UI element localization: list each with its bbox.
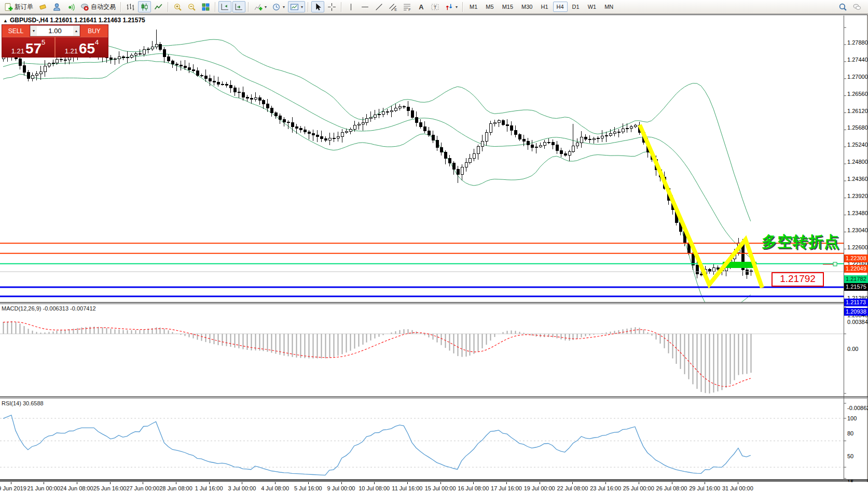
time-axis-tick <box>275 482 275 484</box>
text-label-button[interactable]: T <box>429 1 442 12</box>
fibonacci-icon: F <box>403 3 411 11</box>
toolbar-separator <box>462 2 463 12</box>
toolbar-separator <box>308 2 309 12</box>
dropdown-caret: ▾ <box>283 5 285 9</box>
buy-quote[interactable]: 1.21654 <box>56 37 108 57</box>
new-order-button[interactable]: 新订单 <box>2 1 35 12</box>
vertical-line-button[interactable] <box>345 1 357 12</box>
time-axis-label: 26 Jul 08:00 <box>656 485 687 492</box>
rsi-indicator-label: RSI(14) 30.6588 <box>2 400 44 406</box>
autotrading-icon <box>80 3 89 11</box>
auto-scroll-icon <box>235 3 243 11</box>
time-axis-label: 1 Jul 16:00 <box>195 485 223 492</box>
volume-stepper: ▼ ▲ <box>30 25 80 36</box>
search-button[interactable] <box>836 1 849 12</box>
periods-button[interactable]: ▾ <box>270 1 287 12</box>
dropdown-caret: ▾ <box>301 5 303 9</box>
horizontal-line-button[interactable] <box>359 1 371 12</box>
news-button[interactable] <box>64 1 77 12</box>
channel-icon: E <box>389 3 397 11</box>
time-axis[interactable]: 19 Jun 201921 Jun 00:0024 Jun 08:0025 Ju… <box>0 482 868 494</box>
add-indicator-button[interactable]: ▾ <box>252 1 269 12</box>
timeframe-m1-button[interactable]: M1 <box>466 2 481 12</box>
community-button[interactable] <box>50 1 63 12</box>
one-click-trading-panel: SELL ▼ ▲ BUY 1.21575 1.21654 <box>2 24 108 58</box>
time-axis-label: 10 Jul 08:00 <box>359 485 390 492</box>
volume-input[interactable] <box>37 26 73 36</box>
time-axis-tick <box>176 482 176 484</box>
chart-title-text: GBPUSD-,H4 1.21601 1.21641 1.21463 1.215… <box>10 17 145 24</box>
timeframe-m15-button[interactable]: M15 <box>499 2 517 12</box>
broadcast-icon <box>66 3 75 11</box>
time-axis-tick <box>572 482 573 484</box>
sell-price-main: 57 <box>25 41 42 56</box>
timeframe-m5-button[interactable]: M5 <box>482 2 497 12</box>
auto-trading-label: 自动交易 <box>91 3 116 11</box>
timeframe-h1-button[interactable]: H1 <box>537 2 552 12</box>
line-chart-button[interactable] <box>152 1 165 12</box>
buy-button[interactable]: BUY <box>80 25 108 37</box>
cursor-arrow-icon <box>313 3 322 11</box>
timeframe-h4-button[interactable]: H4 <box>553 2 568 12</box>
collapse-triangle-icon[interactable]: ▲ <box>3 18 8 23</box>
timeframe-m30-button[interactable]: M30 <box>518 2 536 12</box>
toolbar-separator <box>248 2 249 12</box>
sell-quote[interactable]: 1.21575 <box>2 37 54 57</box>
candlestick-chart-button[interactable] <box>138 1 151 12</box>
bar-chart-button[interactable] <box>124 1 137 12</box>
timeframe-d1-button[interactable]: D1 <box>569 2 583 12</box>
svg-text:T: T <box>434 4 437 10</box>
buy-price-main: 65 <box>79 41 95 56</box>
time-axis-label: 21 Jun 00:00 <box>27 485 60 492</box>
time-axis-tick <box>209 482 210 484</box>
time-axis-tick <box>143 482 143 484</box>
zoom-in-button[interactable] <box>171 1 184 12</box>
price-callout-label[interactable]: 1.21792 <box>771 272 824 287</box>
ohlc-bars-icon <box>126 3 135 11</box>
chat-bubbles-icon <box>852 3 861 11</box>
shift-chart-button[interactable] <box>218 1 231 12</box>
callout-anchor-handle[interactable] <box>833 262 837 266</box>
toolbar-separator <box>120 2 121 12</box>
timeframe-w1-button[interactable]: W1 <box>584 2 600 12</box>
time-axis-tick <box>308 482 309 484</box>
toolbar-separator <box>341 2 342 12</box>
fibonacci-button[interactable]: F <box>401 1 414 12</box>
profile-icon <box>52 3 61 11</box>
time-axis-tick <box>506 482 507 484</box>
time-axis-label: 23 Jul 16:00 <box>590 485 621 492</box>
cursor-button[interactable] <box>311 1 324 12</box>
chat-button[interactable] <box>850 1 863 12</box>
auto-scroll-button[interactable] <box>232 1 245 12</box>
zoom-out-button[interactable] <box>185 1 198 12</box>
volume-decrease-button[interactable]: ▼ <box>31 26 37 36</box>
equidistant-channel-button[interactable]: E <box>387 1 399 12</box>
tile-windows-button[interactable] <box>199 1 212 12</box>
time-axis-tick <box>77 482 77 484</box>
text-button[interactable]: A <box>415 1 428 12</box>
time-axis-tick <box>440 482 441 484</box>
volume-increase-button[interactable]: ▲ <box>73 26 79 36</box>
auto-trading-button[interactable]: 自动交易 <box>78 1 118 12</box>
chart-shift-icon <box>221 3 229 11</box>
sell-button[interactable]: SELL <box>2 25 30 37</box>
timeframe-mn-button[interactable]: MN <box>601 2 617 12</box>
metaeditor-button[interactable] <box>36 1 49 12</box>
arrows-button[interactable]: ▾ <box>443 1 460 12</box>
macd-histogram <box>4 321 751 393</box>
templates-button[interactable]: ▾ <box>288 1 305 12</box>
time-axis-tick <box>605 482 606 484</box>
price-chart-canvas[interactable] <box>0 16 868 482</box>
text-a-icon: A <box>417 3 425 11</box>
time-axis-label: 22 Jul 08:00 <box>557 485 588 492</box>
trendline-button[interactable] <box>373 1 385 12</box>
time-axis-label: 4 Jul 08:00 <box>261 485 289 492</box>
time-axis-label: 19 Jul 00:00 <box>524 485 555 492</box>
new-order-label: 新订单 <box>15 3 33 11</box>
time-axis-label: 9 Jul 00:00 <box>327 485 355 492</box>
vertical-line-icon <box>347 3 355 11</box>
time-axis-label: 5 Jul 16:00 <box>294 485 322 492</box>
crosshair-button[interactable] <box>325 1 338 12</box>
toolbar-separator <box>215 2 216 12</box>
crosshair-icon <box>327 3 336 11</box>
